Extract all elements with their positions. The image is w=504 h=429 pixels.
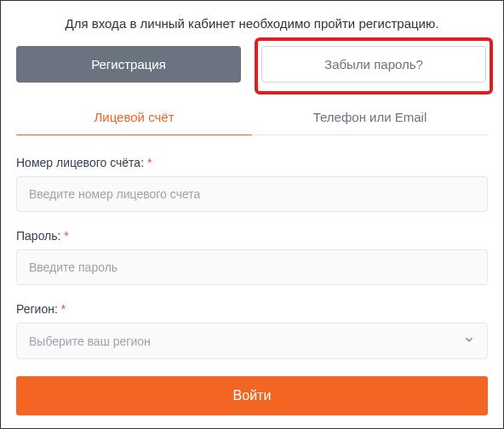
required-mark: * (147, 156, 152, 169)
login-tabs: Лицевой счёт Телефон или Email (16, 100, 488, 135)
account-field-group: Номер лицевого счёта: * (16, 156, 488, 212)
account-input[interactable] (16, 176, 488, 212)
required-mark: * (64, 229, 68, 243)
top-button-row: Регистрация Забыли пароль? (16, 46, 488, 83)
password-label: Пароль: * (16, 229, 488, 243)
account-label: Номер лицевого счёта: * (16, 156, 488, 169)
account-label-text: Номер лицевого счёта: (16, 156, 144, 169)
password-label-text: Пароль: (16, 229, 60, 243)
region-select[interactable]: Выберите ваш регион (16, 323, 488, 359)
password-input[interactable] (16, 249, 488, 285)
region-placeholder: Выберите ваш регион (29, 335, 151, 348)
intro-text: Для входа в личный кабинет необходимо пр… (16, 16, 488, 31)
region-label-text: Регион: (16, 302, 58, 316)
password-field-group: Пароль: * (16, 229, 488, 285)
forgot-password-button[interactable]: Забыли пароль? (261, 46, 486, 83)
forgot-highlight-box: Забыли пароль? (255, 37, 493, 94)
tab-phone-email[interactable]: Телефон или Email (252, 100, 488, 135)
chevron-down-icon (463, 334, 475, 348)
register-button[interactable]: Регистрация (16, 46, 241, 83)
required-mark: * (61, 302, 66, 316)
tab-account[interactable]: Лицевой счёт (16, 100, 252, 135)
submit-button[interactable]: Войти (16, 376, 488, 415)
region-label: Регион: * (16, 302, 488, 316)
region-field-group: Регион: * Выберите ваш регион (16, 302, 488, 359)
